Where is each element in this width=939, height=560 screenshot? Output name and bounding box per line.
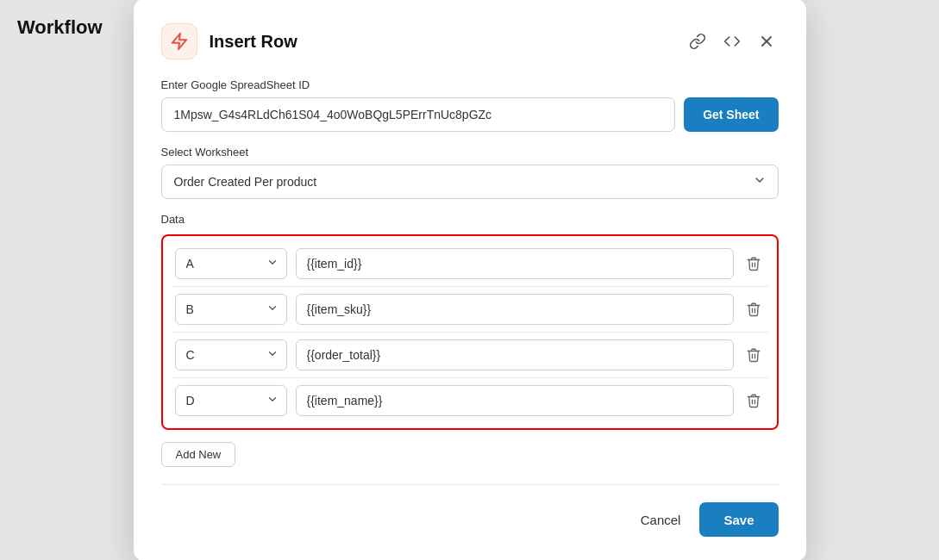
trash-icon (746, 393, 761, 408)
save-button[interactable]: Save (699, 502, 778, 537)
delete-row-button-2[interactable] (742, 344, 765, 366)
modal-overlay: Insert Row (0, 0, 939, 560)
spreadsheet-label: Enter Google SpreadSheet ID (161, 78, 779, 91)
worksheet-wrapper: Order Created Per product (161, 165, 779, 199)
trash-icon (746, 347, 761, 363)
code-icon (723, 33, 741, 50)
value-input-0[interactable] (296, 248, 734, 279)
spreadsheet-input[interactable] (161, 97, 676, 132)
col-select-wrapper: A B C D (175, 339, 287, 370)
value-input-3[interactable] (296, 385, 734, 416)
data-label: Data (161, 213, 779, 226)
delete-row-button-1[interactable] (742, 298, 765, 320)
data-row: A B C D (172, 287, 768, 333)
data-row: A B C D (172, 241, 768, 287)
code-button[interactable] (720, 29, 744, 53)
modal-header: Insert Row (161, 23, 779, 59)
svg-marker-0 (172, 34, 186, 49)
get-sheet-button[interactable]: Get Sheet (684, 97, 778, 132)
trash-icon (746, 302, 761, 317)
col-select-0[interactable]: A B C D (175, 248, 287, 279)
link-icon (689, 33, 706, 50)
col-select-wrapper: A B C D (175, 385, 287, 416)
trash-icon (746, 256, 761, 271)
worksheet-select[interactable]: Order Created Per product (161, 165, 779, 199)
value-input-1[interactable] (296, 294, 734, 325)
modal-divider (161, 484, 779, 485)
data-rows-container: A B C D (161, 234, 779, 430)
spreadsheet-row: Get Sheet (161, 97, 779, 132)
delete-row-button-0[interactable] (742, 252, 765, 275)
data-row: A B C D (172, 333, 768, 378)
col-select-2[interactable]: A B C D (175, 339, 287, 370)
close-button[interactable] (754, 29, 779, 53)
link-button[interactable] (685, 29, 710, 53)
close-icon (758, 33, 775, 50)
cancel-button[interactable]: Cancel (632, 513, 690, 527)
col-select-wrapper: A B C D (175, 248, 287, 279)
col-select-1[interactable]: A B C D (175, 294, 287, 325)
modal-icon (161, 23, 197, 59)
col-select-3[interactable]: A B C D (175, 385, 287, 416)
modal-header-actions (685, 29, 779, 53)
data-row: A B C D (172, 378, 768, 423)
lightning-icon (170, 32, 189, 51)
modal-title: Insert Row (210, 32, 685, 52)
worksheet-label: Select Worksheet (161, 146, 779, 159)
value-input-2[interactable] (296, 339, 734, 370)
col-select-wrapper: A B C D (175, 294, 287, 325)
modal-footer: Cancel Save (161, 502, 779, 537)
modal: Insert Row (134, 0, 806, 560)
add-new-button[interactable]: Add New (161, 442, 236, 467)
delete-row-button-3[interactable] (742, 389, 765, 412)
